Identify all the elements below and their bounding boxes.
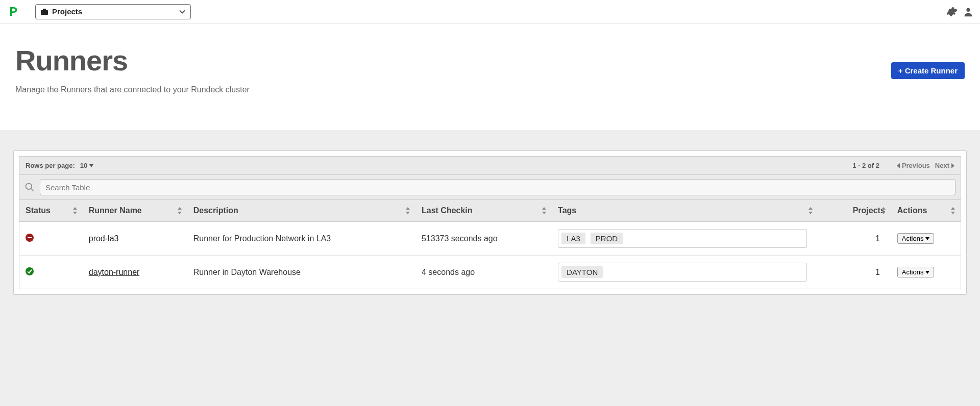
runner-name-link[interactable]: prod-la3 [89,234,119,243]
col-header-actions-label: Actions [897,206,927,215]
gear-icon[interactable] [946,6,958,17]
svg-rect-1 [43,9,46,10]
col-header-status-label: Status [26,206,51,215]
svg-line-4 [31,189,34,191]
logo: P [9,5,17,19]
sort-icon [72,207,78,214]
briefcase-icon [41,9,48,15]
runners-table: Status Runner Name Description Last Chec… [19,200,961,289]
col-header-last-checkin-label: Last Checkin [422,206,473,215]
col-header-projects-label: Projects [853,206,885,215]
cell-tags: DAYTON [552,256,818,289]
tag: LA3 [561,233,585,244]
topbar: P Projects [0,0,980,23]
caret-down-icon [925,237,929,240]
caret-right-icon [951,163,954,168]
sort-icon [881,207,886,214]
cell-last-checkin: 513373 seconds ago [415,222,552,256]
next-label: Next [935,162,949,169]
header-area: Runners Manage the Runners that are conn… [0,23,980,130]
svg-rect-6 [28,237,32,238]
cell-status [19,256,83,289]
sort-icon [808,207,813,214]
pager-range: 1 - 2 of 2 [852,162,879,169]
search-icon [24,182,35,192]
cell-last-checkin: 4 seconds ago [415,256,552,289]
col-header-description[interactable]: Description [187,200,415,222]
caret-down-icon [89,164,93,167]
actions-dropdown[interactable]: Actions [897,233,935,244]
cell-name: prod-la3 [83,222,187,256]
caret-left-icon [897,163,900,168]
col-header-name[interactable]: Runner Name [83,200,187,222]
col-header-tags[interactable]: Tags [552,200,818,222]
col-header-actions[interactable]: Actions [891,200,961,222]
cell-status [19,222,83,256]
cell-tags: LA3PROD [552,222,818,256]
cell-actions: Actions [891,256,961,289]
tag: PROD [591,233,623,244]
col-header-status[interactable]: Status [19,200,83,222]
caret-down-icon [925,271,929,274]
sort-icon [542,207,547,214]
search-input[interactable] [40,179,955,195]
rows-per-page-select[interactable]: 10 [80,162,93,169]
project-select[interactable]: Projects [35,4,191,19]
tags-box[interactable]: LA3PROD [558,229,807,248]
create-runner-button[interactable]: + Create Runner [891,62,965,79]
user-icon[interactable] [963,6,974,17]
sort-icon [950,207,955,214]
svg-point-7 [26,267,34,275]
rows-per-page-value: 10 [80,162,87,169]
actions-dropdown[interactable]: Actions [897,267,935,277]
previous-label: Previous [902,162,930,169]
runners-card: Rows per page: 10 1 - 2 of 2 Previous Ne… [13,150,967,295]
chevron-down-icon [179,8,185,15]
tags-box[interactable]: DAYTON [558,263,807,282]
project-select-label: Projects [52,7,82,16]
tag: DAYTON [561,266,603,278]
col-header-name-label: Runner Name [89,206,142,215]
runner-name-link[interactable]: dayton-runner [89,268,140,276]
page-title: Runners [15,44,250,77]
col-header-projects[interactable]: Projects [818,200,891,222]
search-row [19,175,961,200]
previous-button[interactable]: Previous [897,162,930,169]
cell-description: Runner in Dayton Warehouse [187,256,415,289]
next-button[interactable]: Next [935,162,954,169]
svg-point-2 [966,8,970,11]
col-header-tags-label: Tags [558,206,576,215]
col-header-description-label: Description [193,206,238,215]
cell-projects: 1 [818,256,891,289]
status-up-icon [26,267,34,275]
sort-icon [405,207,410,214]
sort-icon [177,207,182,214]
cell-name: dayton-runner [83,256,187,289]
pager-row: Rows per page: 10 1 - 2 of 2 Previous Ne… [19,156,961,175]
cell-actions: Actions [891,222,961,256]
svg-point-3 [26,184,32,190]
rows-per-page-label: Rows per page: [26,162,75,169]
col-header-last-checkin[interactable]: Last Checkin [415,200,552,222]
table-row: prod-la3Runner for Production Network in… [19,222,961,256]
cell-projects: 1 [818,222,891,256]
table-row: dayton-runnerRunner in Dayton Warehouse4… [19,256,961,289]
svg-rect-0 [41,10,48,15]
status-down-icon [26,234,34,242]
page-subtitle: Manage the Runners that are connected to… [15,85,250,94]
cell-description: Runner for Production Network in LA3 [187,222,415,256]
